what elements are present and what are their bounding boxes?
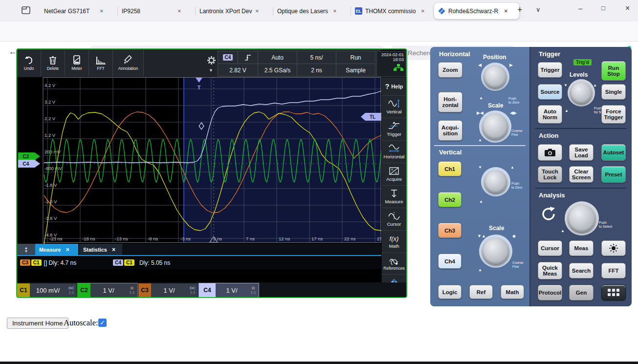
sidebar-item-references[interactable]: References	[382, 253, 406, 275]
intensity-button[interactable]	[601, 240, 626, 256]
window-maximize-button[interactable]: □	[601, 4, 605, 12]
auto-norm-button[interactable]: Auto Norm	[538, 105, 562, 124]
ref-button[interactable]: Ref	[469, 285, 493, 299]
tab-close-icon[interactable]: ×	[112, 246, 115, 253]
cursor-button[interactable]: Cursor	[538, 240, 562, 256]
waveform-display[interactable]: 4.2 V3.2 V2.2 V1.2 V200 mV-800 mV-1.8 V-…	[17, 77, 381, 244]
status-timebase[interactable]: 5 ns/	[297, 51, 336, 64]
screenshot-button[interactable]	[538, 144, 562, 161]
sidebar-item-trigger[interactable]: Trigger	[382, 118, 406, 141]
horizontal-button[interactable]: Hori- zontal	[438, 92, 462, 112]
status-trigger-level[interactable]: 2.82 V	[218, 64, 258, 77]
tab-measure[interactable]: Measure ×	[35, 244, 78, 255]
quick-meas-button[interactable]: Quick Meas	[538, 262, 562, 279]
status-trigger-slope[interactable]	[238, 51, 258, 64]
logic-button[interactable]: Logic	[438, 285, 462, 299]
status-sample-rate[interactable]: 2.5 GSa/s	[258, 64, 297, 77]
vertical-position-knob[interactable]	[481, 167, 510, 196]
status-trigger-source[interactable]: C4	[218, 51, 238, 64]
measurement-value: Dly: 5.05 ns	[139, 259, 170, 266]
trigger-source-badge: C4	[223, 54, 233, 61]
browser-tab-active[interactable]: Rohde&Schwarz-R ×	[434, 3, 519, 19]
fft-panel-button[interactable]: FFT	[601, 263, 626, 278]
vertical-scale-knob[interactable]	[479, 235, 512, 268]
result-tab-selector[interactable]: ▲▼	[17, 244, 35, 255]
list-all-tabs-icon[interactable]: ∨	[536, 6, 541, 13]
rotate-right-icon: ▶	[509, 63, 513, 67]
new-tab-button[interactable]: +	[517, 5, 523, 15]
tab-close-icon[interactable]: ×	[255, 7, 259, 15]
channel-c2-settings[interactable]: C2 1 V/ Ω1:1	[78, 283, 137, 297]
navigation-knob[interactable]	[565, 201, 599, 236]
tab-close-icon[interactable]: ×	[421, 7, 425, 15]
browser-tab[interactable]: Lantronix XPort Device ×	[196, 3, 281, 19]
ch2-button[interactable]: Ch2	[438, 192, 462, 207]
clear-screen-button[interactable]: Clear Screen	[569, 166, 594, 183]
tab-statistics[interactable]: Statistics ×	[79, 244, 122, 255]
ch4-button[interactable]: Ch4	[438, 254, 462, 269]
window-minimize-button[interactable]: –	[578, 4, 582, 12]
protocol-button[interactable]: Protocol	[538, 285, 562, 300]
math-button[interactable]: Math	[501, 285, 524, 299]
autoscale-checkbox[interactable]: ✓	[98, 319, 107, 327]
delete-button[interactable]: Delete	[41, 50, 65, 76]
undo-button[interactable]: Undo	[17, 50, 41, 76]
preset-button[interactable]: Preset	[601, 166, 626, 183]
browser-tab[interactable]: Optique des Lasers et F ×	[273, 3, 358, 19]
svg-text:4.2 V: 4.2 V	[44, 83, 56, 88]
browser-tab[interactable]: EL THOMX commissio ×	[351, 3, 438, 19]
tab-title: Optique des Lasers et F	[277, 8, 330, 15]
search-button[interactable]: Search	[569, 263, 594, 278]
trigger-level-knob[interactable]	[568, 79, 595, 107]
tab-close-icon[interactable]: ×	[100, 7, 104, 15]
instrument-home-button[interactable]: Instrument Home	[7, 318, 68, 329]
horizontal-position-knob[interactable]	[481, 63, 509, 91]
channel-c4-settings[interactable]: C4 1 V/ Ω1:1	[199, 283, 259, 297]
channel-c1-settings[interactable]: C1 100 mV/ DC1:1	[17, 283, 77, 297]
meas-button[interactable]: Meas	[569, 240, 594, 256]
ch1-button[interactable]: Ch1	[438, 161, 462, 176]
zoom-button[interactable]: Zoom	[438, 62, 462, 78]
force-trigger-button[interactable]: Force Trigger	[601, 105, 626, 124]
sidebar-item-math[interactable]: f(x) Math	[382, 231, 406, 253]
gen-button[interactable]: Gen	[569, 285, 594, 300]
horizontal-scale-knob[interactable]	[479, 110, 511, 143]
save-load-button[interactable]: Save Load	[569, 144, 594, 161]
coupling: Ω	[252, 286, 255, 290]
ch3-button[interactable]: Ch3	[438, 223, 462, 238]
window-close-button[interactable]: ×	[625, 4, 630, 13]
tab-close-icon[interactable]: ×	[504, 7, 508, 15]
annotation-button[interactable]: Annotation	[113, 50, 144, 76]
sidebar-item-horizontal[interactable]: Horizontal	[382, 141, 406, 163]
status-acquisition-mode[interactable]: Sample	[336, 64, 375, 77]
single-button[interactable]: Single	[601, 84, 626, 100]
tab-close-icon[interactable]: ×	[333, 7, 337, 15]
sidebar-item-measure[interactable]: Measure	[382, 186, 406, 208]
trigger-button[interactable]: Trigger	[538, 62, 562, 78]
run-stop-button[interactable]: Run Stop	[601, 61, 626, 81]
browser-tab[interactable]: NetGear GS716T ×	[40, 3, 125, 19]
sidebar-item-vertical[interactable]: Vertical	[382, 96, 406, 118]
channel-c3-settings[interactable]: C3 1 V/ DC1:1	[138, 283, 198, 297]
tab-overview-icon[interactable]	[21, 5, 31, 16]
tab-close-icon[interactable]: ×	[177, 7, 181, 15]
apps-button[interactable]	[601, 285, 626, 300]
status-run-state[interactable]: Run	[336, 51, 375, 64]
sidebar-item-help[interactable]: ? Help	[382, 77, 406, 96]
sidebar-item-cursor[interactable]: Cursor	[382, 208, 406, 231]
browser-tab[interactable]: IP9258 ×	[118, 3, 203, 19]
fft-button[interactable]: FFT	[89, 50, 113, 76]
status-horizontal-position[interactable]: 2 ns	[297, 64, 336, 77]
autoset-button[interactable]: Autoset	[601, 144, 626, 161]
sidebar-item-acquire[interactable]: AD Acquire	[382, 163, 406, 186]
source-button[interactable]: Source	[538, 84, 562, 100]
svg-text:-800 mV: -800 mV	[44, 166, 63, 171]
intensity-icon	[609, 243, 618, 253]
acquisition-button[interactable]: Acqui- sition	[438, 120, 462, 141]
status-trigger-mode[interactable]: Auto	[258, 51, 297, 64]
touch-lock-button[interactable]: Touch Lock	[538, 166, 562, 183]
meter-button[interactable]: Meter	[65, 50, 89, 76]
toolbar-settings-gear-icon[interactable]	[207, 56, 216, 65]
tab-close-icon[interactable]: ×	[66, 246, 69, 253]
toolbar-expand-caret-icon[interactable]: ▼	[209, 68, 213, 73]
